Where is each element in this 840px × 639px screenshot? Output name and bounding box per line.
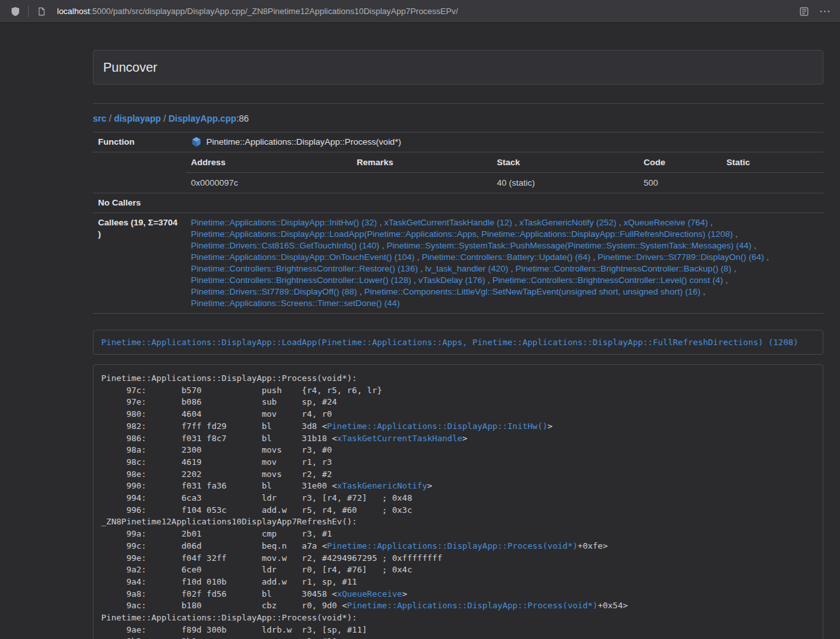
page-actions-menu-icon[interactable]: ⋯: [817, 4, 832, 19]
disassembly-code: Pinetime::Applications::DisplayApp::Proc…: [101, 373, 815, 639]
callee-link[interactable]: Pinetime::Drivers::Cst816S::GetTouchInfo…: [191, 241, 379, 250]
disassembly-symbol-link[interactable]: xQueueReceive: [337, 589, 402, 599]
function-label: Function: [93, 133, 186, 152]
callee-separator: ,: [357, 287, 364, 296]
callee-separator: ,: [411, 275, 418, 285]
disassembly-symbol-link[interactable]: Pinetime::Applications::DisplayApp::Init…: [327, 421, 547, 431]
disassembly-symbol-link[interactable]: xTaskGetCurrentTaskHandle: [337, 433, 463, 443]
callee-separator: ,: [700, 287, 705, 296]
breadcrumb-src-link[interactable]: src: [93, 113, 106, 124]
page-header-panel: Puncover: [93, 50, 823, 85]
callee-link[interactable]: Pinetime::Controllers::Battery::Update()…: [422, 252, 590, 262]
callee-link[interactable]: xTaskGetCurrentTaskHandle (12): [384, 218, 513, 227]
no-callers-row: No Callers: [93, 193, 823, 213]
breadcrumb-separator: /: [109, 113, 111, 124]
code-value: 500: [638, 173, 721, 193]
callee-separator: ,: [733, 229, 738, 239]
no-callers-cell: [186, 193, 823, 213]
disassembly-symbol-link[interactable]: xTaskGenericNotify: [337, 481, 427, 490]
callee-link[interactable]: Pinetime::Controllers::BrightnessControl…: [191, 275, 411, 285]
page-info-icon[interactable]: [34, 4, 49, 19]
callees-list: Pinetime::Applications::DisplayApp::Init…: [186, 213, 823, 314]
disassembly-symbol-link[interactable]: Pinetime::Applications::DisplayApp::Proc…: [327, 541, 577, 551]
stats-value-row: 0x0000097c 40 (static) 500: [186, 173, 823, 193]
callee-separator: ,: [415, 252, 422, 262]
stats-row-label: [93, 152, 186, 193]
browser-toolbar: localhost:5000/path/src/displayapp/Displ…: [0, 0, 840, 23]
function-row: Function Pinetime::Applications::Display…: [93, 133, 823, 152]
selected-symbol-link[interactable]: Pinetime::Applications::DisplayApp::Load…: [101, 337, 798, 347]
callee-link[interactable]: vTaskDelay (176): [418, 275, 485, 285]
callee-separator: ,: [485, 275, 492, 285]
method-icon: [191, 136, 202, 147]
column-header-address: Address: [186, 152, 352, 173]
selected-symbol-panel: Pinetime::Applications::DisplayApp::Load…: [93, 330, 823, 355]
callee-link[interactable]: xTaskGenericNotify (252): [520, 218, 617, 227]
breadcrumb: src/displayapp/DisplayApp.cpp:86: [93, 113, 823, 124]
no-callers-label: No Callers: [93, 193, 186, 213]
callees-label: Callees (19, Σ=3704 ): [93, 213, 186, 314]
column-header-remarks: Remarks: [352, 152, 492, 173]
callee-separator: ,: [379, 241, 386, 250]
disassembly-panel: Pinetime::Applications::DisplayApp::Proc…: [93, 364, 823, 639]
callee-separator: ,: [508, 264, 515, 273]
disassembly-symbol-link[interactable]: Pinetime::Applications::DisplayApp::Proc…: [347, 601, 598, 610]
stats-table-cell: Address Remarks Stack Code Static 0x0000…: [186, 152, 823, 193]
callee-link[interactable]: Pinetime::Applications::DisplayApp::Init…: [191, 218, 377, 227]
column-header-static: Static: [721, 152, 823, 173]
column-header-stack: Stack: [492, 152, 639, 173]
main-content: Puncover src/displayapp/DisplayApp.cpp:8…: [93, 50, 823, 639]
url-host: localhost: [57, 6, 90, 16]
callee-separator: ,: [723, 275, 729, 285]
stats-header-row: Address Remarks Stack Code Static: [186, 152, 823, 173]
callee-separator: ,: [731, 264, 736, 273]
callee-link[interactable]: Pinetime::Controllers::BrightnessControl…: [516, 264, 732, 273]
callee-link[interactable]: Pinetime::Controllers::BrightnessControl…: [191, 264, 418, 273]
callees-row: Callees (19, Σ=3704 ) Pinetime::Applicat…: [93, 213, 823, 314]
tracking-protection-shield-icon[interactable]: [8, 4, 23, 19]
url-path: :5000/path/src/displayapp/DisplayApp.cpp…: [90, 6, 458, 16]
stats-table: Address Remarks Stack Code Static 0x0000…: [186, 152, 823, 193]
divider: [93, 103, 823, 104]
function-name-cell: Pinetime::Applications::DisplayApp::Proc…: [186, 133, 823, 152]
callee-separator: ,: [616, 218, 623, 227]
callee-separator: ,: [752, 241, 757, 250]
page-title: Puncover: [103, 60, 813, 75]
breadcrumb-separator: /: [163, 113, 166, 124]
callee-link[interactable]: Pinetime::Components::LittleVgl::SetNewT…: [365, 287, 701, 296]
callee-separator: ,: [512, 218, 519, 227]
breadcrumb-line-number: :86: [236, 113, 249, 124]
address-value: 0x0000097c: [186, 173, 352, 193]
url-bar[interactable]: localhost:5000/path/src/displayapp/Displ…: [54, 6, 791, 16]
callee-link[interactable]: Pinetime::Drivers::St7789::DisplayOn() (…: [598, 252, 764, 262]
callee-link[interactable]: Pinetime::Applications::Screens::Timer::…: [191, 298, 400, 308]
callee-link[interactable]: Pinetime::Drivers::St7789::DisplayOff() …: [191, 287, 357, 296]
column-header-code: Code: [638, 152, 721, 173]
static-value: [721, 173, 823, 193]
callee-link[interactable]: Pinetime::Controllers::BrightnessControl…: [492, 275, 723, 285]
callee-separator: ,: [418, 264, 425, 273]
callee-separator: ,: [591, 252, 598, 262]
callee-link[interactable]: lv_task_handler (420): [425, 264, 508, 273]
breadcrumb-displayapp-link[interactable]: displayapp: [114, 113, 161, 124]
callee-link[interactable]: xQueueReceive (764): [623, 218, 707, 227]
callee-separator: ,: [708, 218, 713, 227]
callee-link[interactable]: Pinetime::System::SystemTask::PushMessag…: [386, 241, 751, 250]
function-table: Function Pinetime::Applications::Display…: [93, 132, 823, 314]
callee-separator: ,: [764, 252, 769, 262]
breadcrumb-file-link[interactable]: DisplayApp.cpp: [169, 113, 236, 124]
callee-link[interactable]: Pinetime::Applications::DisplayApp::OnTo…: [191, 252, 415, 262]
toolbar-divider: [28, 6, 29, 17]
callee-link[interactable]: Pinetime::Applications::DisplayApp::Load…: [191, 229, 733, 239]
callee-separator: ,: [377, 218, 384, 227]
reader-mode-icon[interactable]: [796, 4, 812, 19]
stats-row: Address Remarks Stack Code Static 0x0000…: [93, 152, 823, 193]
remarks-value: [352, 173, 492, 193]
stack-value: 40 (static): [492, 173, 639, 193]
function-name: Pinetime::Applications::DisplayApp::Proc…: [206, 137, 401, 147]
